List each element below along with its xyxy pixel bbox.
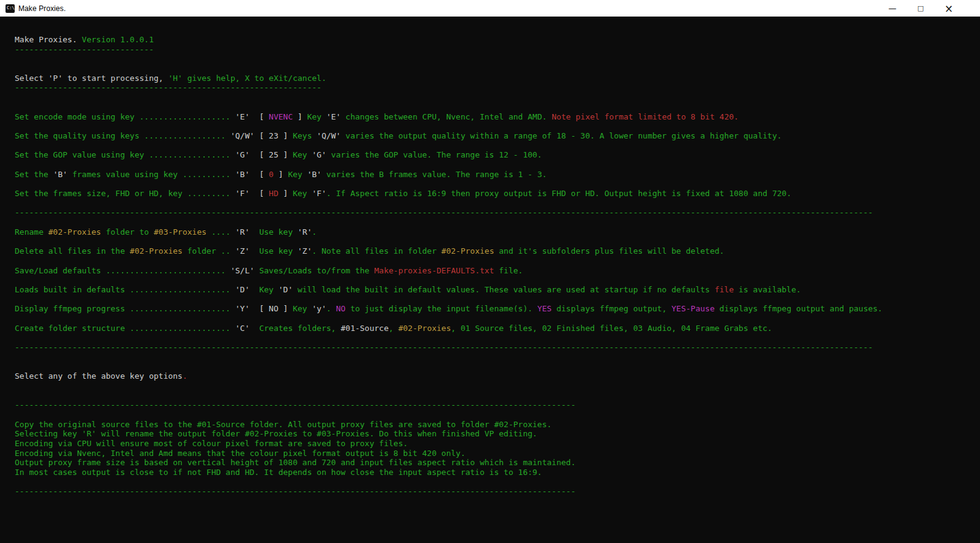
console-text-segment: is available. <box>734 285 801 294</box>
console-line <box>15 314 965 324</box>
console-text-segment: Set the frames size, FHD or HD, key ....… <box>15 189 235 198</box>
console-line: Copy the original source files to the #0… <box>15 420 965 430</box>
separator-dashes: ----------------------------------------… <box>15 400 576 409</box>
console-text-segment: 'G' [ 25 ] <box>235 150 293 159</box>
console-text-segment: #02-Proxies <box>48 227 101 237</box>
console-text-segment: #02-Proxies <box>442 246 494 256</box>
console-line <box>15 381 965 391</box>
console-text-segment: YES <box>537 304 551 313</box>
console-text-segment: Use key <box>250 227 298 237</box>
console-text-segment: 'F' <box>312 189 326 198</box>
console-line: In most cases output is close to if not … <box>15 468 965 477</box>
console-line: Encoding via Nvenc, Intel and Amd means … <box>15 449 965 458</box>
console-text-segment: Set the quality using keys .............… <box>15 131 230 140</box>
console-line: Encoding via CPU will ensure most of col… <box>15 439 965 449</box>
console-text-segment: Selecting key 'R' will rename the output… <box>15 429 537 438</box>
console-text-segment: 'R' <box>298 227 312 237</box>
console-line: ----------------------------------------… <box>15 487 965 496</box>
console-line: Select 'P' to start processing, 'H' give… <box>15 74 965 83</box>
console-text-segment: Key <box>293 304 312 313</box>
console-text-segment: 0 <box>269 170 274 179</box>
console-line: ----------------------------------------… <box>15 400 965 410</box>
console-text-segment: Display ffmpeg progress ................… <box>15 304 235 313</box>
console-text-segment: Key <box>250 285 279 294</box>
console-line: ----------------------------------------… <box>15 343 965 352</box>
console-text-segment: Encoding via Nvenc, Intel and Amd means … <box>15 449 466 458</box>
console-text-segment: 'y' <box>312 304 326 313</box>
console-text-segment: folder to <box>101 227 154 237</box>
console-text-segment: NO <box>336 304 345 313</box>
console-text-segment: Note pixel format limited to 8 bit 420. <box>552 112 739 121</box>
console-line <box>15 218 965 227</box>
console-line <box>15 362 965 371</box>
close-button[interactable]: × <box>935 0 963 17</box>
console-line <box>15 256 965 266</box>
console-line: Set the frames size, FHD or HD, key ....… <box>15 189 965 199</box>
console-text-segment: #02-Proxies <box>130 246 183 256</box>
console-text-segment: Save/Load defaults .....................… <box>15 266 230 275</box>
console-line <box>15 333 965 343</box>
console-text-segment: .... <box>206 227 235 237</box>
console-text-segment: , 01 Source files, 02 Finished files, 03… <box>451 324 772 333</box>
console-text-segment: 'D' <box>235 285 249 294</box>
console-text-segment: will load the built in default values. T… <box>293 285 715 294</box>
console-text-segment: Keys <box>293 131 317 140</box>
console-text-segment: Delete all files in the <box>15 246 130 256</box>
console-line <box>15 64 965 74</box>
console-text-segment: Select any of the above key options <box>15 371 183 381</box>
console-text-segment: #01-Source <box>341 324 388 333</box>
console-line: ----------------------------------------… <box>15 83 965 93</box>
console-line: Loads built in defaults ................… <box>15 285 965 295</box>
separator-dashes: ----------------------------------------… <box>15 208 873 217</box>
console-line <box>15 141 965 151</box>
console-text-segment: 'Q/W' [ 23 ] <box>230 131 293 140</box>
console-text-segment: . <box>326 304 336 313</box>
console-text-segment: 'G' <box>312 150 326 159</box>
console-text-segment: 'B' <box>307 170 321 179</box>
console-text-segment: 'D' <box>278 285 292 294</box>
console-text-segment: . <box>312 227 317 237</box>
console-text-segment: Make-proxies-DEFAULTS.txt <box>374 266 494 275</box>
console-text-segment: 'F' [ <box>235 189 269 198</box>
console-text-segment: Version 1.0.0.1 <box>77 35 154 44</box>
console-line: Delete all files in the #02-Proxies fold… <box>15 246 965 256</box>
console-text-segment: 'Z' <box>235 246 249 256</box>
console-text-segment: varies the B frames value. The range is … <box>322 170 547 179</box>
app-window: C:\ Make Proxies. — □ × Make Proxies. Ve… <box>0 0 980 496</box>
console-text-segment: #03-Proxies <box>154 227 206 237</box>
console-line: Set encode mode using key ..............… <box>15 112 965 122</box>
separator-dashes: ----------------------------------------… <box>15 343 873 352</box>
separator-dashes: ----------------------------- <box>15 45 154 54</box>
console-text-segment: Key <box>293 189 312 198</box>
maximize-button[interactable]: □ <box>907 0 935 17</box>
window-title: Make Proxies. <box>18 4 66 13</box>
console-text-segment: displays ffmpeg output and pauses. <box>715 304 883 313</box>
console-text-segment: . If Aspect ratio is 16:9 then proxy out… <box>326 189 791 198</box>
console-text-segment: YES-Pause <box>671 304 714 313</box>
console-text-segment: varies the output quality within a range… <box>341 131 782 140</box>
console-line <box>15 477 965 487</box>
console-line: ----------------------------------------… <box>15 208 965 218</box>
console-text-segment: 'B' [ <box>235 170 269 179</box>
console-line: Rename #02-Proxies folder to #03-Proxies… <box>15 227 965 237</box>
console-line <box>15 199 965 208</box>
console-text-segment: Creates folders, <box>250 324 341 333</box>
console-line <box>15 295 965 305</box>
console-text-segment: changes between CPU, Nvenc, Intel and AM… <box>341 112 551 121</box>
console-line <box>15 410 965 420</box>
console-text-segment: file. <box>494 266 523 275</box>
console-line: Set the 'B' frames value using key .....… <box>15 170 965 180</box>
console-line: Display ffmpeg progress ................… <box>15 304 965 314</box>
console-text-segment: and it's subfolders plus files will be d… <box>494 246 725 256</box>
console-text-segment: 'E' [ <box>235 112 269 121</box>
console-line: Output proxy frame size is based on vert… <box>15 458 965 468</box>
console-line <box>15 275 965 285</box>
console-text-segment: 'S/L' <box>230 266 254 275</box>
console-text-segment: Set the <box>15 170 53 179</box>
console-line: Set the GOP value using key ............… <box>15 150 965 160</box>
console-text-segment: frames value using key .......... <box>67 170 235 179</box>
console-text-segment: Key <box>288 170 307 179</box>
minimize-button[interactable]: — <box>878 0 907 17</box>
separator-dashes: ----------------------------------------… <box>15 83 322 92</box>
console-line <box>15 102 965 112</box>
